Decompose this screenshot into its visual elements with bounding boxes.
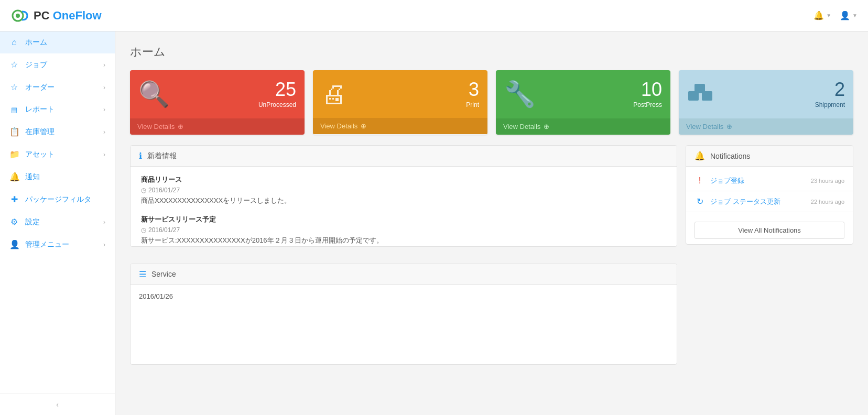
unprocessed-label: UnProcessed xyxy=(258,101,296,108)
layout: ⌂ ホーム ☆ ジョブ › ☆ オーダー › ▤ レポート › 📋 在庫管理 ›… xyxy=(0,0,868,415)
stat-card-print: 🖨 3 Print View Details ⊕ xyxy=(313,70,487,135)
sidebar-item-package[interactable]: ✚ パッケージフィルタ xyxy=(0,188,115,211)
news-item-0: 商品リリース ◷ 2016/01/27 商品XXXXXXXXXXXXXXXをリリ… xyxy=(141,175,666,205)
info-panel-icon: ℹ xyxy=(139,151,142,161)
panels-row: ℹ 新着情報 商品リリース ◷ 2016/01/27 商品XXXXXXXXXXX… xyxy=(130,145,853,365)
order-icon: ☆ xyxy=(9,82,19,92)
notif-0-text[interactable]: ジョブ登録 xyxy=(710,176,806,185)
shipment-view-details-link[interactable]: View Details ⊕ xyxy=(686,123,732,130)
shipment-details-icon: ⊕ xyxy=(726,123,732,130)
shipment-number: 2 xyxy=(815,80,845,99)
logo-text: PC OneFlow xyxy=(34,9,102,23)
header-right: 🔔 ▼ 👤 ▼ xyxy=(813,10,858,20)
sidebar-item-inventory[interactable]: 📋 在庫管理 › xyxy=(0,121,115,143)
notif-refresh-icon: ↻ xyxy=(695,196,705,206)
sidebar-item-asset[interactable]: 📁 アセット › xyxy=(0,143,115,166)
print-label: Print xyxy=(466,101,479,108)
settings-icon: ⚙ xyxy=(9,217,19,227)
postpress-view-details-link[interactable]: View Details ⊕ xyxy=(503,123,549,130)
user-icon: 👤 xyxy=(840,10,850,20)
page-title: ホーム xyxy=(130,44,853,60)
shipment-label: Shippment xyxy=(815,101,845,108)
view-all-notifications-button[interactable]: View All Notifications xyxy=(695,222,844,239)
notifications-panel: 🔔 Notifications ! ジョブ登録 23 hours ago ↻ ジ… xyxy=(686,145,853,245)
notif-bell-icon: 🔔 xyxy=(695,151,705,161)
stat-card-postpress: 🔧 10 PostPress View Details ⊕ xyxy=(496,70,670,135)
inventory-arrow-icon: › xyxy=(103,128,105,136)
sidebar-label-asset: アセット xyxy=(25,150,55,159)
print-details-icon: ⊕ xyxy=(361,122,366,130)
sidebar-item-report[interactable]: ▤ レポート › xyxy=(0,99,115,121)
sidebar-collapse-button[interactable]: ‹ xyxy=(0,394,115,415)
stats-row: 🔍 25 UnProcessed View Details ⊕ 🖨 xyxy=(130,70,853,135)
logo: PC OneFlow xyxy=(10,6,102,25)
boxes-stat-icon xyxy=(687,80,713,109)
order-arrow-icon: › xyxy=(103,84,105,91)
svg-point-1 xyxy=(16,14,20,18)
unprocessed-view-details-link[interactable]: View Details ⊕ xyxy=(137,123,183,130)
notif-0-time: 23 hours ago xyxy=(811,178,844,184)
sidebar-label-package: パッケージフィルタ xyxy=(25,195,91,204)
notif-list: ! ジョブ登録 23 hours ago ↻ ジョブ ステータス更新 22 ho… xyxy=(686,167,853,216)
service-panel-body: 2016/01/26 xyxy=(131,285,677,308)
clock-icon-0: ◷ xyxy=(141,187,146,194)
sidebar-item-notification[interactable]: 🔔 通知 xyxy=(0,166,115,188)
sidebar-item-home[interactable]: ⌂ ホーム xyxy=(0,31,115,53)
sidebar-item-job[interactable]: ☆ ジョブ › xyxy=(0,53,115,76)
sidebar-label-job: ジョブ xyxy=(25,60,47,70)
job-arrow-icon: › xyxy=(103,61,105,69)
clock-icon-1: ◷ xyxy=(141,226,146,234)
asset-icon: 📁 xyxy=(9,149,19,159)
sidebar-label-admin: 管理メニュー xyxy=(25,240,69,249)
unprocessed-view-details-text: View Details xyxy=(137,123,175,130)
news-item-0-date: ◷ 2016/01/27 xyxy=(141,187,666,194)
inventory-icon: 📋 xyxy=(9,127,19,137)
print-view-details-text: View Details xyxy=(320,122,357,130)
news-item-0-title: 商品リリース xyxy=(141,175,666,184)
service-date: 2016/01/26 xyxy=(139,292,173,300)
news-item-1: 新サービスリリース予定 ◷ 2016/01/27 新サービス:XXXXXXXXX… xyxy=(141,215,666,245)
sidebar-item-order[interactable]: ☆ オーダー › xyxy=(0,76,115,99)
news-item-1-title: 新サービスリリース予定 xyxy=(141,215,666,224)
print-number: 3 xyxy=(466,80,479,99)
user-profile-button[interactable]: 👤 ▼ xyxy=(840,10,858,20)
sidebar-label-report: レポート xyxy=(25,105,55,114)
sidebar-label-home: ホーム xyxy=(25,38,47,47)
service-panel-title: Service xyxy=(151,270,176,278)
notif-footer: View All Notifications xyxy=(686,216,853,244)
notif-1-time: 22 hours ago xyxy=(811,199,844,205)
report-icon: ▤ xyxy=(9,106,19,114)
postpress-view-details-text: View Details xyxy=(503,123,540,130)
package-icon: ✚ xyxy=(9,194,19,204)
svg-rect-4 xyxy=(702,91,712,101)
main-content: ホーム 🔍 25 UnProcessed View Details ⊕ xyxy=(115,31,868,415)
news-item-0-desc: 商品XXXXXXXXXXXXXXXをリリースしました。 xyxy=(141,196,666,205)
job-icon: ☆ xyxy=(9,60,19,70)
search-stat-icon: 🔍 xyxy=(138,80,170,109)
service-panel-header: ☰ Service xyxy=(131,264,677,285)
news-item-1-date: ◷ 2016/01/27 xyxy=(141,226,666,234)
header: PC OneFlow 🔔 ▼ 👤 ▼ xyxy=(0,0,868,31)
notif-panel-header: 🔔 Notifications xyxy=(686,146,853,167)
notif-panel-title: Notifications xyxy=(710,152,750,160)
report-arrow-icon: › xyxy=(103,106,105,113)
bell-icon: 🔔 xyxy=(813,10,824,20)
unprocessed-details-icon: ⊕ xyxy=(178,123,183,130)
settings-arrow-icon: › xyxy=(103,219,105,226)
stat-card-shipment: 2 Shippment View Details ⊕ xyxy=(679,70,853,135)
sidebar-item-admin[interactable]: 👤 管理メニュー › xyxy=(0,233,115,256)
notif-1-text[interactable]: ジョブ ステータス更新 xyxy=(710,197,806,206)
service-panel-icon: ☰ xyxy=(139,269,146,279)
news-panel-body: 商品リリース ◷ 2016/01/27 商品XXXXXXXXXXXXXXXをリリ… xyxy=(131,167,677,247)
asset-arrow-icon: › xyxy=(103,151,105,158)
stat-card-unprocessed: 🔍 25 UnProcessed View Details ⊕ xyxy=(130,70,305,135)
unprocessed-number: 25 xyxy=(258,80,296,99)
print-view-details-link[interactable]: View Details ⊕ xyxy=(320,122,366,130)
notif-exclaim-icon: ! xyxy=(695,176,705,185)
print-stat-icon: 🖨 xyxy=(321,80,346,108)
postpress-details-icon: ⊕ xyxy=(544,123,549,130)
notification-bell-button[interactable]: 🔔 ▼ xyxy=(813,10,831,20)
sidebar-label-order: オーダー xyxy=(25,83,55,92)
sidebar-item-settings[interactable]: ⚙ 設定 › xyxy=(0,211,115,233)
admin-arrow-icon: › xyxy=(103,241,105,248)
